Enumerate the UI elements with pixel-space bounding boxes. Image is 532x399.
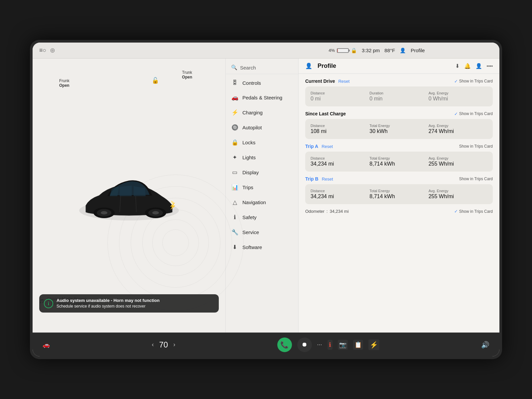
signal-icon: ▪▪▪▪ <box>487 64 493 68</box>
battery-percent: 4% <box>329 48 335 53</box>
search-icon: 🔍 <box>231 65 237 70</box>
menu-item-lights[interactable]: ✦ Lights <box>226 150 298 165</box>
battery-indicator: 4% 🔒 <box>329 48 357 54</box>
arrow-left-icon: ‹ <box>152 341 154 348</box>
trip-a-total-energy: Total Energy 8,714 kWh <box>369 156 428 167</box>
pedals-icon: 🚗 <box>231 94 238 101</box>
trip-b-avg-energy: Avg. Energy 255 Wh/mi <box>429 189 487 200</box>
menu-item-controls[interactable]: 🎛 Controls <box>226 75 298 90</box>
total-energy-value: 30 kWh <box>369 128 428 134</box>
profile-title: Profile <box>318 63 450 69</box>
trip-a-distance-label: Distance <box>311 156 369 160</box>
menu-item-locks[interactable]: 🔒 Locks <box>226 135 298 150</box>
tire-icon: ◎ <box>50 47 55 54</box>
download-icon: ⬇ <box>455 63 460 69</box>
bottom-speed-area: ‹ 70 › <box>152 340 175 349</box>
notes-icon: 📋 <box>353 340 363 350</box>
trip-b-show-label: Show in Trips Card <box>459 177 493 181</box>
since-distance-value: 108 mi <box>311 128 369 134</box>
current-drive-energy: Avg. Energy 0 Wh/mi <box>429 91 487 102</box>
status-left: ≡○ ◎ <box>39 47 261 54</box>
trip-a-reset[interactable]: Reset <box>322 144 333 149</box>
trip-a-distance-value: 34,234 mi <box>311 161 369 167</box>
odometer-row: Odometer : 34,234 mi ✓ Show in Trips Car… <box>305 209 493 214</box>
pedals-label: Pedals & Steering <box>242 95 282 100</box>
since-charge-show-trips: ✓ Show in Trips Card <box>454 111 493 116</box>
since-avg-value: 274 Wh/mi <box>429 128 487 134</box>
trip-a-header: Trip A Reset Show in Trips Card <box>305 144 493 149</box>
trip-b-total-energy-label: Total Energy <box>369 189 428 193</box>
car-view: Frunk Open Trunk Open 🔓 <box>33 59 225 332</box>
current-drive-duration: Duration 0 min <box>369 91 428 102</box>
profile-person-icon: 👤 <box>400 48 406 54</box>
avg-energy-value: 0 Wh/mi <box>429 96 487 102</box>
person-icon: 👤 <box>475 63 482 69</box>
current-drive-reset[interactable]: Reset <box>338 79 349 84</box>
main-content: Frunk Open Trunk Open 🔓 <box>33 59 499 332</box>
menu-item-autopilot[interactable]: 🔘 Autopilot <box>226 120 298 135</box>
trip-b-reset[interactable]: Reset <box>322 177 333 182</box>
current-drive-check: ✓ <box>454 79 458 84</box>
since-charge-avg-energy: Avg. Energy 274 Wh/mi <box>429 124 487 134</box>
camera-button[interactable]: ⏺ <box>297 337 312 352</box>
dashcam-icon: 📷 <box>338 340 348 350</box>
total-energy-label: Total Energy <box>369 124 428 128</box>
trip-b-header: Trip B Reset Show in Trips Card <box>305 176 493 182</box>
charging-icon: ⚡ <box>231 109 238 116</box>
speedometer-icon: ≡○ <box>39 47 46 54</box>
profile-header-icon: 👤 <box>305 63 312 69</box>
trip-a-avg-value: 255 Wh/mi <box>429 161 487 167</box>
since-charge-show-label: Show in Trips Card <box>459 111 493 116</box>
phone-button[interactable]: 📞 <box>277 337 292 352</box>
bluetooth-icon[interactable]: ⚡ <box>368 339 379 350</box>
current-drive-stats: Distance 0 mi Duration 0 min Avg. Energy… <box>311 91 487 102</box>
since-charge-title: Since Last Charge <box>305 111 346 116</box>
lights-icon: ✦ <box>231 154 238 161</box>
since-distance-label: Distance <box>311 124 369 128</box>
locks-label: Locks <box>242 140 255 145</box>
frunk-status: Open <box>59 83 69 88</box>
right-panel: 👤 Profile ⬇ 🔔 👤 ▪▪▪▪ Current Drive <box>299 59 499 332</box>
trip-a-stats: Distance 34,234 mi Total Energy 8,714 kW… <box>311 156 487 167</box>
battery-bar <box>337 48 349 53</box>
since-charge-total-energy: Total Energy 30 kWh <box>369 124 428 134</box>
trip-b-total-energy-value: 8,714 kWh <box>369 194 428 200</box>
trip-b-avg-label: Avg. Energy <box>429 189 487 193</box>
trip-b-distance: Distance 34,234 mi <box>311 189 369 200</box>
profile-label: Profile <box>411 48 425 53</box>
info-button[interactable]: ℹ <box>328 340 332 350</box>
speed-display: 70 <box>159 340 168 349</box>
trip-b-show-trips: Show in Trips Card <box>459 177 493 181</box>
odometer-label: Odometer <box>305 209 325 214</box>
frunk-text: Frunk <box>59 78 69 83</box>
screen-container: ≡○ ◎ 4% 🔒 3:32 pm 88°F 👤 Profile <box>30 40 502 359</box>
volume-icon[interactable]: 🔊 <box>481 341 489 348</box>
right-header: 👤 Profile ⬇ 🔔 👤 ▪▪▪▪ <box>299 59 499 74</box>
search-placeholder: Search <box>240 65 256 70</box>
controls-label: Controls <box>242 80 261 86</box>
car-lock-icon: 🔓 <box>152 77 159 84</box>
battery-fill <box>337 49 338 52</box>
right-body: Current Drive Reset ✓ Show in Trips Card… <box>299 74 499 332</box>
bottom-right: 🔊 <box>481 341 489 349</box>
menu-item-charging[interactable]: ⚡ Charging <box>226 105 298 120</box>
temperature-display: 88°F <box>384 48 395 53</box>
bell-icon: 🔔 <box>464 63 471 69</box>
notification-text: Audio system unavailable - Horn may not … <box>57 298 160 309</box>
trip-b-distance-value: 34,234 mi <box>311 194 369 200</box>
current-drive-card: Distance 0 mi Duration 0 min Avg. Energy… <box>305 86 493 106</box>
search-bar[interactable]: 🔍 Search <box>226 61 298 74</box>
trip-a-avg-energy: Avg. Energy 255 Wh/mi <box>429 156 487 167</box>
trip-b-stats: Distance 34,234 mi Total Energy 8,714 kW… <box>311 189 487 200</box>
svg-text:⚡: ⚡ <box>169 202 177 210</box>
frunk-label: Frunk Open <box>59 78 69 88</box>
trip-a-avg-label: Avg. Energy <box>429 156 487 160</box>
menu-item-pedals[interactable]: 🚗 Pedals & Steering <box>226 90 298 105</box>
svg-point-8 <box>152 211 159 214</box>
trip-a-total-energy-label: Total Energy <box>369 156 428 160</box>
bottom-center-icons: 📞 ⏺ ··· ℹ 📷 📋 ⚡ <box>277 337 379 352</box>
time-display: 3:32 pm <box>362 48 380 53</box>
trunk-text: Trunk <box>182 70 192 75</box>
trip-a-show-trips: Show in Trips Card <box>459 144 493 149</box>
duration-label: Duration <box>369 91 428 95</box>
